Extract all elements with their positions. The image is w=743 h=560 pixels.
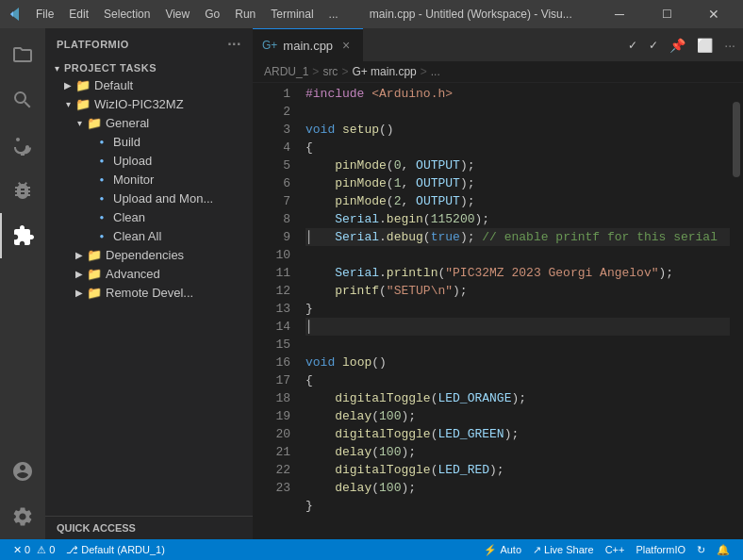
sidebar-header: PLATFORMIO ··· [45, 28, 253, 60]
status-errors[interactable]: ✕ 0 ⚠ 0 [8, 544, 60, 556]
wiziopic-folder-icon: 📁 [75, 96, 91, 111]
error-count: 0 [25, 544, 30, 555]
status-platform[interactable]: PlatformIO [630, 544, 691, 555]
cleanall-label: Clean All [113, 229, 161, 243]
status-auto[interactable]: ⚡ Auto [478, 544, 527, 556]
menu-file[interactable]: File [30, 6, 59, 23]
wiziopic-arrow: ▾ [60, 99, 75, 109]
status-branch[interactable]: ⎇ Default (ARDU_1) [60, 544, 171, 556]
app-icon [8, 7, 23, 22]
sidebar-item-uploadmon[interactable]: ● Upload and Mon... [45, 189, 253, 207]
sidebar-item-monitor[interactable]: ● Monitor [45, 170, 253, 189]
monitor-label: Monitor [113, 173, 154, 187]
sidebar-item-advanced[interactable]: ▶ 📁 Advanced [45, 264, 253, 283]
activity-extensions[interactable] [0, 213, 45, 258]
default-arrow: ▶ [60, 80, 75, 91]
upload-circle-icon: ● [94, 153, 109, 168]
menu-run[interactable]: Run [229, 6, 261, 23]
check2-icon: ✓ [645, 37, 662, 54]
more-actions-icon[interactable]: ··· [720, 36, 739, 55]
sidebar-item-clean[interactable]: ● Clean [45, 207, 253, 226]
menu-go[interactable]: Go [199, 6, 225, 23]
sidebar-item-cleanall[interactable]: ● Clean All [45, 226, 253, 245]
sidebar-item-general[interactable]: ▾ 📁 General [45, 113, 253, 132]
advanced-arrow: ▶ [72, 269, 87, 279]
sidebar: PLATFORMIO ··· ▾ PROJECT TASKS ▶ 📁 Defau… [45, 28, 253, 539]
activity-scm[interactable] [0, 123, 45, 168]
error-icon: ✕ [13, 544, 22, 556]
maximize-button[interactable]: ☐ [645, 0, 688, 28]
sidebar-item-dependencies[interactable]: ▶ 📁 Dependencies [45, 245, 253, 264]
wiziopic-label: WizIO-PIC32MZ [94, 97, 184, 111]
activity-debug[interactable] [0, 168, 45, 213]
menu-terminal[interactable]: Terminal [265, 6, 319, 23]
monitor-circle-icon: ● [94, 172, 109, 187]
bell-icon: 🔔 [717, 544, 730, 556]
dependencies-folder-icon: 📁 [87, 247, 102, 262]
auto-icon: ⚡ [484, 544, 497, 556]
code-editor: 12345 678910 1112131415 1617181920 21222… [253, 83, 743, 539]
sidebar-item-build[interactable]: ● Build [45, 132, 253, 151]
general-folder-icon: 📁 [87, 115, 102, 130]
split-editor-icon[interactable]: ⬜ [693, 36, 717, 55]
minimize-button[interactable]: ─ [598, 0, 641, 28]
pin-icon[interactable]: 📌 [666, 36, 689, 55]
menu-view[interactable]: View [159, 6, 195, 23]
sidebar-options-button[interactable]: ··· [227, 36, 241, 53]
tab-bar-actions: ✓ ✓ 📌 ⬜ ··· [624, 36, 743, 55]
git-icon: ⎇ [66, 544, 78, 556]
project-tasks-arrow: ▾ [49, 63, 64, 74]
window-title: main.cpp - Untitled (Workspace) - Visu..… [344, 8, 598, 21]
menu-bar: File Edit Selection View Go Run Terminal… [30, 6, 344, 23]
project-tasks-section[interactable]: ▾ PROJECT TASKS [45, 60, 253, 75]
sidebar-item-remotedev[interactable]: ▶ 📁 Remote Devel... [45, 283, 253, 302]
status-bell[interactable]: 🔔 [711, 544, 735, 556]
dependencies-label: Dependencies [106, 248, 184, 262]
status-liveshare[interactable]: ↗ Live Share [527, 544, 600, 556]
activity-settings[interactable] [0, 494, 45, 539]
breadcrumb-more[interactable]: ... [431, 65, 440, 78]
remotedev-arrow: ▶ [72, 288, 87, 298]
warning-count: 0 [49, 544, 55, 555]
advanced-label: Advanced [106, 267, 160, 281]
advanced-folder-icon: 📁 [87, 266, 102, 281]
breadcrumb-sep3: > [421, 65, 427, 78]
upload-label: Upload [113, 154, 152, 168]
breadcrumb: ARDU_1 > src > G+ main.cpp > ... [253, 61, 743, 83]
sync-icon: ↻ [697, 544, 705, 556]
tab-main-cpp[interactable]: G+ main.cpp × [253, 28, 363, 61]
tab-close-button[interactable]: × [338, 38, 354, 53]
activity-search[interactable] [0, 77, 45, 123]
quick-access-section[interactable]: QUICK ACCESS [45, 516, 253, 539]
code-content[interactable]: #include <Arduino.h> void setup() { pinM… [298, 83, 730, 539]
breadcrumb-file[interactable]: G+ main.cpp [352, 65, 416, 78]
general-arrow: ▾ [72, 118, 87, 128]
sidebar-content: ▾ PROJECT TASKS ▶ 📁 Default ▾ 📁 WizIO-PI… [45, 60, 253, 516]
activity-files[interactable] [0, 32, 45, 77]
window-controls: ─ ☐ ✕ [598, 0, 735, 28]
quick-access-label: QUICK ACCESS [57, 522, 136, 534]
sidebar-item-default[interactable]: ▶ 📁 Default [45, 75, 253, 94]
menu-edit[interactable]: Edit [63, 6, 94, 23]
build-circle-icon: ● [94, 134, 109, 149]
menu-selection[interactable]: Selection [98, 6, 156, 23]
sidebar-item-upload[interactable]: ● Upload [45, 151, 253, 170]
close-button[interactable]: ✕ [692, 0, 735, 28]
check-icon: ✓ [624, 37, 641, 54]
breadcrumb-src[interactable]: src [322, 65, 338, 78]
menu-more[interactable]: ... [323, 6, 344, 23]
status-sync[interactable]: ↻ [691, 544, 711, 556]
remotedev-folder-icon: 📁 [87, 285, 102, 300]
project-tasks-label: PROJECT TASKS [64, 62, 157, 74]
scrollbar[interactable] [730, 83, 743, 539]
cpp-tab-icon: G+ [262, 39, 277, 52]
status-bar: ✕ 0 ⚠ 0 ⎇ Default (ARDU_1) ⚡ Auto ↗ Live… [0, 539, 743, 560]
breadcrumb-ardu[interactable]: ARDU_1 [264, 65, 308, 78]
platform-label: PlatformIO [636, 544, 685, 555]
uploadmon-circle-icon: ● [94, 190, 109, 206]
folder-icon: 📁 [75, 77, 91, 92]
activity-accounts[interactable] [0, 449, 45, 494]
status-language[interactable]: C++ [600, 544, 631, 555]
auto-label: Auto [500, 544, 521, 555]
sidebar-item-wiziopic32mz[interactable]: ▾ 📁 WizIO-PIC32MZ [45, 94, 253, 113]
